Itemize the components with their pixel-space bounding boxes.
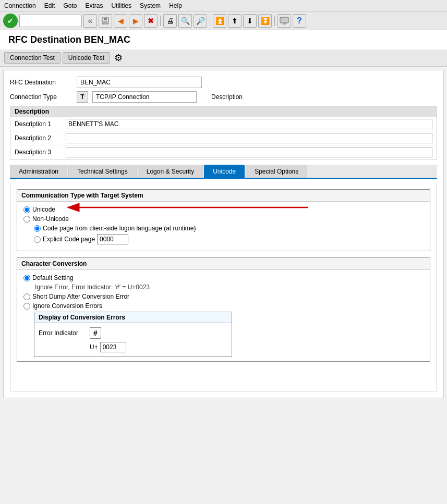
menu-utilities[interactable]: Utilities — [111, 1, 131, 10]
display-errors-title: Display of Conversion Errors — [34, 312, 232, 323]
main-content: RFC Destination Connection Type T Descri… — [3, 70, 444, 398]
menu-system[interactable]: System — [140, 1, 161, 10]
code-page-runtime-radio[interactable] — [34, 225, 41, 232]
display-button[interactable] — [277, 14, 291, 28]
explicit-code-input[interactable] — [97, 234, 128, 244]
description-section: Description Description 1 Description 2 … — [10, 106, 437, 159]
non-unicode-radio-row: Non-Unicode — [23, 215, 424, 223]
explicit-code-radio[interactable] — [34, 236, 41, 243]
error-indicator-row: Error Indicator # — [39, 327, 227, 339]
print-button[interactable]: 🖨 — [163, 14, 177, 28]
description-row-1: Description 1 — [10, 117, 437, 131]
svg-rect-4 — [283, 23, 286, 24]
short-dump-row: Short Dump After Conversion Error — [23, 293, 424, 300]
default-setting-radio[interactable] — [23, 275, 30, 281]
description-section-header: Description — [10, 106, 437, 117]
connection-type-code: T — [77, 91, 88, 103]
toolbar-separator-2 — [210, 16, 210, 26]
connection-type-row: Connection Type T Description — [10, 91, 437, 103]
char-conv-content: Default Setting Ignore Error, Error Indi… — [17, 270, 430, 361]
menu-goto[interactable]: Goto — [63, 1, 77, 10]
tab-logon-security[interactable]: Logon & Security — [138, 165, 203, 178]
forward-button[interactable]: ▶ — [129, 14, 142, 28]
svg-rect-3 — [280, 17, 288, 23]
unicode-radio[interactable] — [23, 206, 30, 213]
description-row-2: Description 2 — [10, 131, 437, 145]
connection-test-button[interactable]: Connection Test — [4, 52, 61, 64]
tab-administration[interactable]: Administration — [10, 165, 67, 178]
tab-unicode[interactable]: Unicode — [204, 165, 245, 178]
toolbar-separator-3 — [274, 16, 275, 26]
settings-icon[interactable]: ⚙ — [112, 52, 125, 64]
char-conv-group: Character Conversion Default Setting Ign… — [17, 257, 430, 362]
prev-page-button[interactable]: ⬆ — [228, 14, 241, 28]
comm-type-content: Unicode Non-Unicode — [17, 202, 430, 251]
description-inline-label: Description — [211, 93, 243, 101]
action-tabs: Connection Test Unicode Test ⚙ — [0, 50, 447, 67]
comm-type-group: Communication Type with Target System Un… — [17, 189, 430, 251]
svg-rect-1 — [104, 18, 107, 20]
menu-edit[interactable]: Edit — [44, 1, 55, 10]
nav-back-button[interactable]: « — [83, 14, 97, 28]
u-plus-input[interactable] — [100, 342, 126, 352]
non-unicode-radio[interactable] — [23, 216, 30, 223]
menu-bar: Connection Edit Goto Extras Utilities Sy… — [0, 0, 447, 12]
help-button[interactable]: ? — [293, 14, 306, 28]
stop-button[interactable]: ✖ — [144, 14, 158, 28]
connection-type-input[interactable] — [92, 91, 197, 103]
connection-type-label: Connection Type — [10, 93, 73, 101]
rfc-destination-input[interactable] — [77, 77, 202, 88]
ignore-conv-row: Ignore Conversion Errors — [23, 302, 424, 310]
desc-input-2[interactable] — [66, 133, 432, 143]
desc-label-1: Description 1 — [15, 120, 62, 128]
code-page-runtime-row: Code page from client-side logon languag… — [34, 225, 424, 232]
short-dump-label: Short Dump After Conversion Error — [32, 293, 129, 300]
unicode-radio-wrapper: Unicode — [23, 206, 424, 213]
display-errors-content: Error Indicator # U+ — [34, 323, 232, 357]
desc-input-1[interactable] — [66, 119, 432, 129]
error-indicator-label: Error Indicator — [39, 329, 86, 337]
non-unicode-radio-label: Non-Unicode — [32, 215, 69, 223]
default-setting-desc: Ignore Error, Error Indicator: '#' = U+0… — [35, 284, 424, 291]
find-button[interactable]: 🔍 — [178, 14, 192, 28]
next-page-button[interactable]: ⬇ — [243, 14, 257, 28]
last-page-button[interactable]: ⏬ — [258, 14, 272, 28]
page-title: RFC Destination BEN_MAC — [0, 30, 447, 50]
u-plus-row: U+ — [90, 342, 227, 352]
find-next-button[interactable]: 🔎 — [194, 14, 207, 28]
red-arrow — [57, 202, 318, 213]
char-conv-title: Character Conversion — [17, 258, 430, 270]
first-page-button[interactable]: ⏫ — [213, 14, 226, 28]
menu-connection[interactable]: Connection — [4, 1, 36, 10]
tab-strip: Administration Technical Settings Logon … — [10, 165, 437, 179]
comm-type-title: Communication Type with Target System — [17, 190, 430, 202]
rfc-destination-label: RFC Destination — [10, 79, 73, 86]
svg-rect-2 — [103, 21, 107, 24]
desc-label-3: Description 3 — [15, 149, 62, 156]
desc-input-3[interactable] — [66, 147, 432, 157]
short-dump-radio[interactable] — [23, 293, 30, 300]
menu-extras[interactable]: Extras — [85, 1, 103, 10]
back-button[interactable]: ◀ — [114, 14, 127, 28]
menu-help[interactable]: Help — [169, 1, 182, 10]
toolbar-separator — [160, 16, 161, 26]
tab-panel-unicode: Communication Type with Target System Un… — [10, 183, 437, 391]
save-button[interactable] — [99, 14, 112, 28]
toolbar: ✔ « ◀ ▶ ✖ 🖨 🔍 🔎 ⏫ ⬆ ⬇ ⏬ ? — [0, 12, 447, 30]
display-errors-box: Display of Conversion Errors Error Indic… — [34, 312, 232, 357]
tab-technical-settings[interactable]: Technical Settings — [68, 165, 137, 178]
description-row-3: Description 3 — [10, 145, 437, 159]
unicode-radio-label: Unicode — [32, 206, 55, 213]
command-input[interactable] — [19, 15, 82, 27]
unicode-test-button[interactable]: Unicode Test — [63, 52, 110, 64]
ignore-conv-label: Ignore Conversion Errors — [32, 302, 102, 310]
ignore-conv-radio[interactable] — [23, 303, 30, 310]
u-plus-label: U+ — [90, 343, 98, 351]
explicit-code-label: Explicit Code page — [43, 236, 95, 243]
default-setting-row: Default Setting — [23, 274, 424, 281]
error-hash-display: # — [90, 327, 101, 339]
rfc-destination-row: RFC Destination — [10, 77, 437, 88]
default-setting-label: Default Setting — [32, 274, 74, 281]
confirm-button[interactable]: ✔ — [3, 14, 18, 28]
tab-special-options[interactable]: Special Options — [246, 165, 307, 178]
